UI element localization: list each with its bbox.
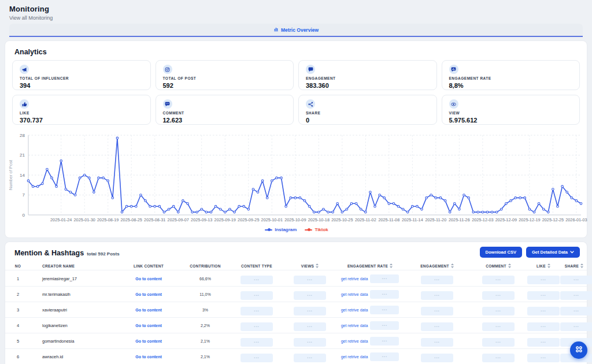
column-header-content-type: CONTENT TYPE: [230, 264, 284, 268]
table-row: 4logikanetizenGo to content2,2%••••••get…: [5, 318, 587, 333]
contribution-value: 2,1%: [181, 355, 230, 359]
contribution-value: 66,6%: [181, 277, 230, 281]
table-row: 3xavieraaputriGo to content3%••••••get r…: [5, 302, 587, 318]
svg-text:2025-10-18: 2025-10-18: [308, 217, 330, 222]
get-retrieve-data-link[interactable]: get retrive data: [341, 339, 368, 343]
go-to-content-link[interactable]: Go to content: [116, 277, 181, 281]
posts-chart: 071421282025-01-242025-01-302025-08-1920…: [5, 129, 588, 226]
mention-title: Mention & Hashtagstotal 592 Posts: [14, 249, 120, 257]
engagement-placeholder: •••: [421, 338, 453, 347]
chevron-down-icon: [570, 250, 574, 255]
metric-label: TOTAL OF INFLUENCER: [20, 76, 143, 80]
bar-chart-icon: [273, 27, 279, 33]
engagement-placeholder: •••: [421, 276, 453, 284]
share-icon: [308, 99, 313, 109]
metric-label: VIEW: [449, 111, 573, 115]
contribution-value: 11,0%: [181, 292, 230, 296]
comment-placeholder: •••: [482, 338, 515, 347]
svg-text:2025-09-07: 2025-09-07: [168, 217, 189, 222]
metric-label: LIKE: [20, 111, 143, 115]
engagement-rate-placeholder: •••: [370, 337, 399, 346]
get-retrieve-data-link[interactable]: get retrive data: [341, 324, 368, 328]
share-placeholder: •••: [560, 291, 592, 300]
metric-card: ENGAGEMENT RATE8,8%: [442, 60, 580, 90]
go-to-content-link[interactable]: Go to content: [116, 308, 181, 312]
svg-text:7: 7: [23, 192, 25, 198]
svg-text:2025-01-24: 2025-01-24: [50, 217, 72, 222]
row-number: 2: [5, 292, 31, 297]
get-retrieve-data-link[interactable]: get retrive data: [341, 308, 368, 312]
go-to-content-link[interactable]: Go to content: [116, 339, 181, 343]
page-header: Monitoring View all Monitoring: [9, 5, 53, 21]
page-title: Monitoring: [9, 5, 53, 13]
svg-text:2025-12-09: 2025-12-09: [495, 217, 517, 222]
metric-card: SHARE0: [298, 95, 437, 125]
column-header-views[interactable]: VIEWS: [284, 263, 336, 269]
analytics-panel: Analytics TOTAL OF INFLUENCER394TOTAL OF…: [5, 40, 587, 238]
creator-name: logikanetizen: [31, 323, 116, 328]
svg-text:2025-11-08: 2025-11-08: [378, 217, 399, 222]
analytics-title: Analytics: [14, 48, 47, 56]
go-to-content-link[interactable]: Go to content: [116, 355, 181, 359]
row-number: 1: [5, 276, 31, 281]
legend-item-instagram[interactable]: Instagram: [265, 227, 297, 232]
metric-value: 383.360: [306, 82, 430, 89]
comment-placeholder: •••: [482, 291, 515, 300]
go-to-content-link[interactable]: Go to content: [116, 324, 181, 328]
engagement-placeholder: •••: [421, 354, 453, 362]
content-type-placeholder: •••: [240, 322, 273, 331]
apps-grid-button[interactable]: [570, 341, 587, 359]
column-header-engagement-rate[interactable]: ENGAGEMENT RATE: [336, 263, 404, 269]
get-retrieve-data-link[interactable]: get retrive data: [341, 292, 368, 296]
creator-name: xavieraaputri: [31, 307, 116, 313]
tab-bar: Metric Overview: [9, 24, 583, 37]
svg-text:2025-09-25: 2025-09-25: [238, 217, 259, 222]
views-placeholder: •••: [294, 338, 326, 347]
like-placeholder: •••: [527, 322, 560, 331]
svg-text:0: 0: [23, 213, 25, 218]
engagement-rate-placeholder: •••: [370, 290, 399, 299]
get-retrieve-data-link[interactable]: get retrive data: [341, 277, 368, 281]
comment-icon: [165, 99, 170, 109]
svg-text:2025-01-30: 2025-01-30: [74, 217, 95, 222]
column-header-like[interactable]: LIKE: [527, 263, 560, 269]
share-placeholder: •••: [560, 276, 592, 284]
get-retrieve-data-link[interactable]: get retrive data: [341, 355, 368, 359]
get-detailed-data-button[interactable]: Get Detailed Data: [526, 247, 580, 258]
tab-metric-overview[interactable]: Metric Overview: [273, 27, 319, 33]
table-row: 5gomartindonesiaGo to content2,1%••••••g…: [5, 333, 587, 349]
thumbs-up-icon: [22, 99, 27, 109]
column-header-engagement[interactable]: ENGAGEMENT: [404, 263, 470, 269]
creator-name: awraceh.id: [31, 354, 116, 359]
sort-icon: [451, 263, 454, 269]
table-row: 2mr.terimakasihGo to content11,0%••••••g…: [5, 287, 587, 302]
column-header-comment[interactable]: COMMENT: [470, 263, 527, 269]
download-csv-button[interactable]: Download CSV: [480, 247, 522, 258]
column-header-share[interactable]: SHARE: [560, 263, 588, 269]
go-to-content-link[interactable]: Go to content: [116, 292, 181, 296]
sort-icon: [547, 263, 550, 269]
legend-item-tiktok[interactable]: Tiktok: [305, 227, 328, 232]
table-row: 1jeremiasiregar_17Go to content66,6%••••…: [5, 271, 587, 287]
column-header-contribution: CONTRIBUTION: [181, 264, 230, 268]
comment-placeholder: •••: [482, 307, 515, 315]
svg-text:2025-08-19: 2025-08-19: [97, 217, 119, 222]
like-placeholder: •••: [527, 276, 560, 284]
metric-label: TOTAL OF POST: [163, 76, 287, 80]
row-number: 4: [5, 323, 31, 328]
grid-dots-icon: [575, 345, 583, 356]
metric-card: TOTAL OF INFLUENCER394: [12, 60, 151, 90]
chart-bubble-icon: [451, 64, 456, 75]
creator-name: jeremiasiregar_17: [31, 276, 116, 281]
tab-metric-overview-label: Metric Overview: [281, 27, 319, 33]
views-placeholder: •••: [294, 291, 326, 300]
metric-value: 5.975.612: [449, 117, 573, 124]
content-type-placeholder: •••: [240, 276, 273, 284]
metric-label: SHARE: [306, 111, 430, 115]
svg-text:14: 14: [20, 173, 25, 178]
camera-icon: [165, 64, 170, 75]
mention-hashtags-panel: Mention & Hashtagstotal 592 Posts Downlo…: [5, 242, 587, 364]
svg-text:2025-12-25: 2025-12-25: [542, 217, 564, 222]
metric-card: COMMENT12.623: [156, 95, 294, 125]
metric-card: VIEW5.975.612: [442, 95, 580, 125]
